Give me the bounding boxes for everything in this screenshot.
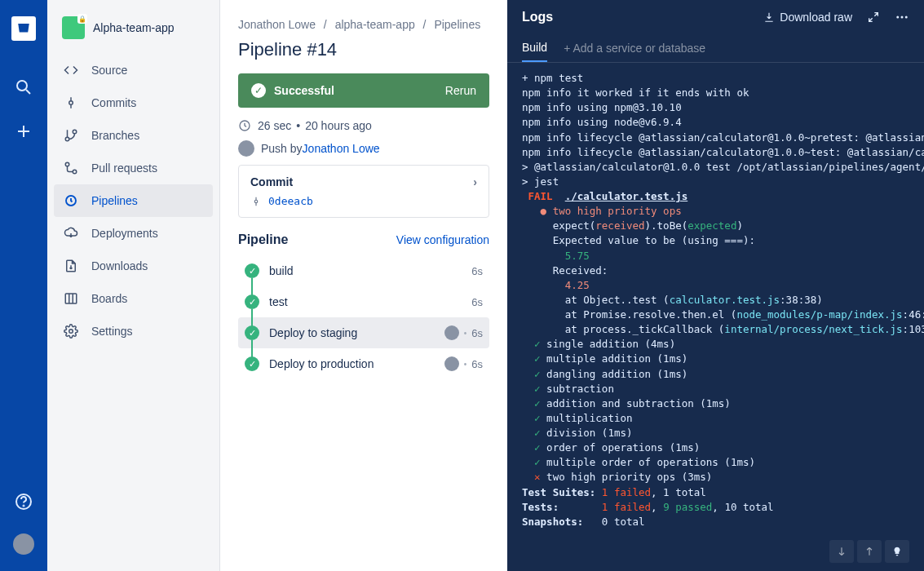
step-name: build (269, 264, 471, 277)
sidebar-item-pull-requests[interactable]: Pull requests (47, 152, 219, 184)
step-name: test (269, 295, 471, 308)
svg-rect-15 (65, 294, 77, 303)
sidebar-item-label: Commits (91, 96, 136, 109)
svg-point-20 (254, 200, 258, 203)
breadcrumb: Jonathon Lowe / alpha-team-app / Pipelin… (238, 18, 489, 31)
log-output[interactable]: + npm testnpm info it worked if it ends … (507, 63, 924, 532)
svg-point-24 (901, 16, 904, 19)
sidebar-item-label: Deployments (91, 227, 158, 240)
step-time: 6s (471, 327, 483, 339)
step-success-icon: ✓ (245, 356, 259, 371)
pipeline-heading: Pipeline (238, 232, 288, 247)
sidebar-item-downloads[interactable]: Downloads (47, 250, 219, 282)
duration-text: 26 sec (258, 119, 291, 132)
sidebar-item-label: Branches (91, 129, 139, 142)
sidebar-item-commits[interactable]: Commits (47, 86, 219, 119)
bitbucket-logo[interactable] (11, 16, 36, 41)
step-success-icon: ✓ (245, 325, 259, 340)
create-icon[interactable] (14, 122, 33, 141)
svg-point-10 (73, 130, 77, 134)
pipeline-step[interactable]: ✓build6s (238, 255, 489, 286)
rerun-button[interactable]: Rerun (445, 84, 476, 97)
success-check-icon: ✓ (251, 83, 266, 98)
push-by-label: Push by (261, 142, 303, 155)
scroll-down-button[interactable] (829, 540, 854, 563)
logs-title: Logs (522, 10, 553, 24)
sidebar-item-settings[interactable]: Settings (47, 315, 219, 347)
commit-icon (250, 196, 262, 207)
pipeline-step[interactable]: ✓Deploy to staging•6s (238, 317, 489, 348)
svg-point-18 (69, 330, 73, 334)
breadcrumb-section[interactable]: Pipelines (434, 18, 480, 31)
svg-point-13 (65, 162, 69, 166)
commit-hash[interactable]: 0deeacb (268, 195, 313, 207)
step-success-icon: ✓ (245, 294, 259, 309)
pipeline-detail: Jonathon Lowe / alpha-team-app / Pipelin… (220, 0, 507, 571)
project-name: Alpha-team-app (93, 21, 175, 34)
status-bar: ✓ Successful Rerun (238, 73, 489, 108)
lock-badge-icon: 🔒 (77, 14, 87, 24)
global-nav (0, 0, 47, 571)
step-time: 6s (471, 358, 483, 370)
sidebar-item-deployments[interactable]: Deployments (47, 217, 219, 250)
expand-icon[interactable] (867, 11, 880, 24)
source-icon (62, 61, 80, 79)
sidebar-item-label: Pipelines (91, 194, 138, 207)
sidebar-item-source[interactable]: Source (47, 54, 219, 86)
pipeline-steps: ✓build6s✓test6s✓Deploy to staging•6s✓Dep… (238, 255, 489, 379)
sidebar-item-label: Boards (91, 292, 127, 305)
view-configuration-link[interactable]: View configuration (396, 233, 489, 246)
bucket-icon (16, 21, 31, 36)
download-raw-button[interactable]: Download raw (763, 11, 852, 24)
sidebar-item-pipelines[interactable]: Pipelines (54, 184, 213, 217)
breadcrumb-repo[interactable]: alpha-team-app (335, 18, 415, 31)
sidebar-item-label: Source (91, 64, 127, 77)
sidebar-item-boards[interactable]: Boards (47, 282, 219, 315)
step-avatar (444, 325, 459, 340)
commit-card: Commit › 0deeacb (238, 165, 489, 218)
logs-panel: Logs Download raw Build + Add a service … (507, 0, 924, 571)
pipeline-step[interactable]: ✓test6s (238, 286, 489, 317)
step-time: 6s (471, 265, 483, 277)
settings-icon (62, 322, 80, 340)
add-service-link[interactable]: + Add a service or database (564, 42, 705, 55)
svg-point-23 (896, 16, 899, 19)
sidebar-item-label: Downloads (91, 259, 148, 272)
tab-build[interactable]: Build (522, 34, 547, 62)
author-link[interactable]: Jonathon Lowe (303, 142, 380, 155)
status-text: Successful (274, 84, 334, 97)
commits-icon (62, 94, 80, 112)
step-name: Deploy to production (269, 357, 444, 370)
chevron-right-icon[interactable]: › (473, 175, 477, 188)
more-icon[interactable] (895, 10, 909, 24)
bulb-button[interactable] (885, 540, 909, 563)
svg-point-5 (24, 506, 24, 507)
svg-point-25 (905, 16, 908, 19)
project-icon: 🔒 (62, 16, 85, 39)
step-avatar (444, 356, 459, 371)
profile-avatar[interactable] (13, 533, 34, 555)
downloads-icon (62, 257, 80, 275)
author-row: Push by Jonathon Lowe (238, 140, 489, 157)
step-name: Deploy to staging (269, 326, 444, 339)
project-sidebar: 🔒 Alpha-team-app SourceCommitsBranchesPu… (47, 0, 220, 571)
sidebar-item-branches[interactable]: Branches (47, 119, 219, 152)
pipeline-step[interactable]: ✓Deploy to production•6s (238, 348, 489, 379)
scroll-up-button[interactable] (857, 540, 882, 563)
boards-icon (62, 290, 80, 308)
step-success-icon: ✓ (245, 263, 259, 278)
download-icon (763, 11, 775, 23)
search-icon[interactable] (14, 77, 33, 97)
svg-point-6 (69, 101, 73, 105)
svg-point-12 (73, 170, 77, 174)
help-icon[interactable] (14, 492, 33, 511)
breadcrumb-user[interactable]: Jonathon Lowe (238, 18, 316, 31)
sidebar-item-label: Pull requests (91, 162, 157, 175)
svg-point-11 (65, 137, 69, 141)
project-header[interactable]: 🔒 Alpha-team-app (47, 16, 219, 54)
step-time: 6s (471, 296, 483, 308)
commit-heading: Commit (250, 175, 293, 188)
pipelines-icon (62, 192, 80, 210)
duration-row: 26 sec • 20 hours ago (238, 119, 489, 132)
sidebar-item-label: Settings (91, 325, 133, 338)
